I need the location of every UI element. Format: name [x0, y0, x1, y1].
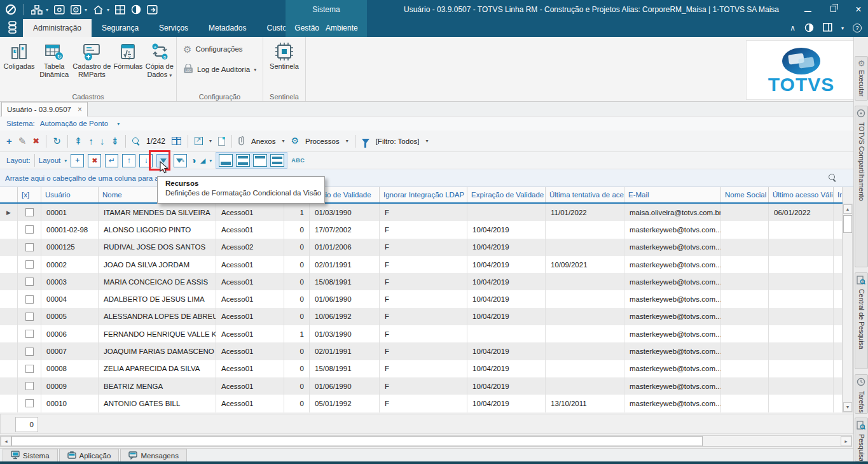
export-icon[interactable] [195, 137, 203, 145]
caret-down-icon[interactable]: ▾ [426, 138, 429, 144]
pane-split-icon[interactable] [236, 154, 250, 167]
sidebar-tab-central-de-pesquisa[interactable]: Central de Pesquisa [855, 272, 868, 369]
caret-down-icon[interactable]: ▾ [85, 7, 87, 13]
ribbon-tab-metadados[interactable]: Metadados [198, 19, 256, 37]
home-icon[interactable] [93, 5, 104, 15]
ribbon-tab-gestão[interactable]: Gestão [294, 19, 319, 37]
caret-down-icon[interactable]: ▾ [209, 158, 212, 164]
abc-format-icon[interactable]: ABC [291, 157, 305, 164]
row-checkbox[interactable] [25, 399, 34, 407]
table-row[interactable]: 00004ADALBERTO DE JESUS LIMAAcesso01001/… [0, 290, 843, 307]
copia-de-dados-button[interactable]: AB Cópia de Dados ▾ [144, 39, 175, 80]
go-next-button[interactable]: ↓ [100, 136, 105, 146]
ribbon-tab-serviços[interactable]: Serviços [149, 19, 198, 37]
row-checkbox[interactable] [25, 260, 34, 269]
row-checkbox[interactable] [25, 382, 34, 390]
go-previous-button[interactable]: ↑ [88, 136, 93, 146]
filter-selector[interactable]: [Filtro: Todos] [376, 137, 420, 145]
ribbon-tab-administração[interactable]: Administração [23, 19, 92, 37]
column-header-ind[interactable] [0, 187, 18, 202]
layout-export-button[interactable]: ↑ [122, 154, 135, 167]
column-header-nomesocial[interactable]: Nome Social [721, 187, 769, 202]
row-checkbox[interactable] [25, 348, 34, 356]
table-row[interactable]: ▶00001ITAMAR MENDES DA SILVEIRAAcesso011… [0, 204, 843, 221]
caret-down-icon[interactable]: ▾ [117, 121, 120, 127]
search-icon[interactable] [132, 137, 140, 145]
column-header-email[interactable]: E-Mail [624, 187, 721, 202]
cadastro-rmparts-button[interactable]: Cadastro de RMParts [71, 39, 112, 80]
system-value[interactable]: Automação de Ponto [40, 120, 108, 127]
main-menu-icon[interactable] [8, 20, 18, 36]
tabela-dinamica-button[interactable]: ↻ Tabela Dinâmica [37, 39, 71, 80]
table-row[interactable]: 00008ZELIA APARECIDA DA SILVAAcesso01015… [0, 360, 843, 377]
table-row[interactable]: 00007JOAQUIM FARIAS DAMASCENOAcesso01002… [0, 342, 843, 360]
document-tab-usuario[interactable]: Usuário - 03.9.0507 × [1, 102, 88, 116]
statusbar-tab-mensagens[interactable]: Mensagens [120, 449, 186, 461]
statusbar-tab-aplicação[interactable]: Aplicação [59, 449, 120, 461]
caret-down-icon[interactable]: ▾ [346, 138, 348, 144]
navigator-icon[interactable] [31, 5, 43, 15]
ribbon-tab-segurança[interactable]: Segurança [92, 19, 149, 37]
grid-vertical-scrollbar[interactable]: ▲ ▼ [843, 204, 853, 412]
grid-horizontal-scrollbar[interactable]: ◄ ► [0, 435, 852, 447]
scroll-thumb[interactable] [843, 215, 852, 233]
caret-down-icon[interactable]: ▾ [841, 25, 844, 31]
column-header-expiracao[interactable]: Expiração de Validade [467, 187, 546, 202]
edit-record-button[interactable]: ✎ [18, 136, 27, 146]
column-header-ultimo[interactable]: Último acesso Válido [769, 187, 834, 202]
column-header-ldap[interactable]: Ignorar Integração LDAP [380, 187, 467, 202]
formulas-button[interactable]: xy Fórmulas [112, 39, 144, 80]
collapse-ribbon-icon[interactable]: ∧ [790, 24, 796, 32]
scroll-right-icon[interactable]: ► [841, 436, 851, 446]
close-button[interactable]: × [854, 4, 863, 15]
table-row[interactable]: 00010ANTONIO GATES BILLAcesso01005/01/19… [0, 395, 843, 412]
two-tone-icon[interactable]: ◑ [191, 156, 196, 165]
grid-search-icon[interactable] [829, 174, 838, 183]
processos-button[interactable]: Processos [305, 137, 340, 145]
row-checkbox[interactable] [25, 278, 34, 286]
theme-half-icon[interactable] [804, 23, 814, 34]
sidebar-tab-tarefas[interactable]: Tarefas [855, 374, 868, 414]
pane-top-icon[interactable] [253, 154, 267, 167]
anexos-button[interactable]: Anexos [251, 137, 275, 145]
panels-icon[interactable] [823, 23, 832, 33]
configuracoes-button[interactable]: ⚙ Configurações [183, 41, 263, 57]
sentinela-button[interactable]: Sentinela [266, 39, 302, 71]
caret-down-icon[interactable]: ▾ [282, 138, 284, 144]
theme-icon[interactable] [131, 4, 141, 15]
coligadas-button[interactable]: 12 Coligadas [1, 39, 37, 80]
row-checkbox[interactable] [25, 225, 34, 234]
ribbon-tab-ambiente[interactable]: Ambiente [326, 19, 358, 37]
table-row[interactable]: 00001-02-98ALONSO LIGORIO PINTOAcesso010… [0, 221, 843, 238]
close-tab-icon[interactable]: × [78, 105, 82, 114]
scroll-left-icon[interactable]: ◄ [1, 436, 11, 446]
refresh-button[interactable]: ↻ [53, 136, 61, 146]
column-header-check[interactable]: [x] [18, 187, 41, 202]
caret-down-icon[interactable]: ▾ [64, 158, 67, 164]
pane-bottom-icon[interactable] [219, 154, 233, 167]
layout-add-button[interactable]: + [71, 154, 84, 167]
scroll-down-icon[interactable]: ▼ [843, 402, 852, 412]
caret-down-icon[interactable]: ▾ [46, 7, 48, 13]
sidebar-tab-executar[interactable]: ⚙Executar [855, 56, 868, 101]
caret-down-icon[interactable]: ▾ [209, 138, 212, 144]
table-row[interactable]: 00006FERNANDO HENRIQUE VALLE KUR...Acess… [0, 325, 843, 342]
grid-view-icon[interactable] [172, 137, 181, 145]
row-checkbox[interactable] [25, 243, 34, 251]
sidebar-tab-pesquisa-ged[interactable]: Pesquisa GED [855, 418, 868, 461]
row-checkbox[interactable] [25, 208, 34, 216]
row-checkbox[interactable] [25, 365, 34, 373]
table-row[interactable]: 00002JOAO DA SILVA JORDAMAcesso01002/01/… [0, 256, 843, 273]
column-header-tentativa[interactable]: Última tentativa de ace... [546, 187, 624, 202]
layout-apply-button[interactable]: ↵ [105, 154, 118, 167]
caret-down-icon[interactable]: ▾ [107, 7, 109, 13]
scroll-thumb[interactable] [11, 436, 703, 446]
filter-editor-button[interactable]: ✎ [174, 154, 187, 167]
minimize-button[interactable] [803, 6, 812, 13]
statusbar-tab-sistema[interactable]: Sistema [3, 449, 58, 461]
layout-dropdown[interactable]: Layout [39, 157, 61, 164]
row-checkbox[interactable] [25, 313, 34, 321]
row-checkbox[interactable] [25, 295, 34, 304]
column-header-usuario[interactable]: Usuário [41, 187, 99, 202]
help-icon[interactable]: ? [853, 24, 862, 32]
